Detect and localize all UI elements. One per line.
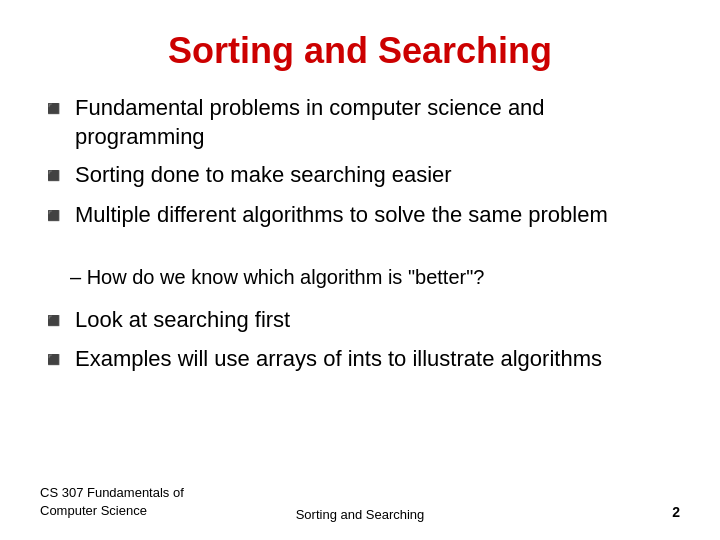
bullet-list-2: ◾ Look at searching first ◾ Examples wil… xyxy=(40,306,680,476)
bullet-text-2: Sorting done to make searching easier xyxy=(75,161,680,190)
bullet-marker-2: ◾ xyxy=(40,162,67,191)
bullet-marker-5: ◾ xyxy=(40,346,67,375)
footer-left-line2: Computer Science xyxy=(40,502,184,520)
list-item: ◾ Sorting done to make searching easier xyxy=(40,161,680,191)
footer-left-line1: CS 307 Fundamentals of xyxy=(40,484,184,502)
bullet-marker-4: ◾ xyxy=(40,307,67,336)
list-item: ◾ Fundamental problems in computer scien… xyxy=(40,94,680,151)
bullet-text-1: Fundamental problems in computer science… xyxy=(75,94,680,151)
bullet-text-3: Multiple different algorithms to solve t… xyxy=(75,201,680,230)
bullet-marker-3: ◾ xyxy=(40,202,67,231)
footer-center: Sorting and Searching xyxy=(296,507,425,522)
sub-bullet: – How do we know which algorithm is "bet… xyxy=(70,264,680,290)
bullet-text-4: Look at searching first xyxy=(75,306,680,335)
slide-title: Sorting and Searching xyxy=(40,30,680,72)
footer-left: CS 307 Fundamentals of Computer Science xyxy=(40,484,184,520)
bullet-text-5: Examples will use arrays of ints to illu… xyxy=(75,345,680,374)
slide: Sorting and Searching ◾ Fundamental prob… xyxy=(0,0,720,540)
footer: CS 307 Fundamentals of Computer Science … xyxy=(40,476,680,520)
bullet-marker-1: ◾ xyxy=(40,95,67,124)
bullet-list: ◾ Fundamental problems in computer scien… xyxy=(40,94,680,264)
list-item: ◾ Multiple different algorithms to solve… xyxy=(40,201,680,231)
footer-page-number: 2 xyxy=(672,504,680,520)
list-item: ◾ Examples will use arrays of ints to il… xyxy=(40,345,680,375)
list-item: ◾ Look at searching first xyxy=(40,306,680,336)
